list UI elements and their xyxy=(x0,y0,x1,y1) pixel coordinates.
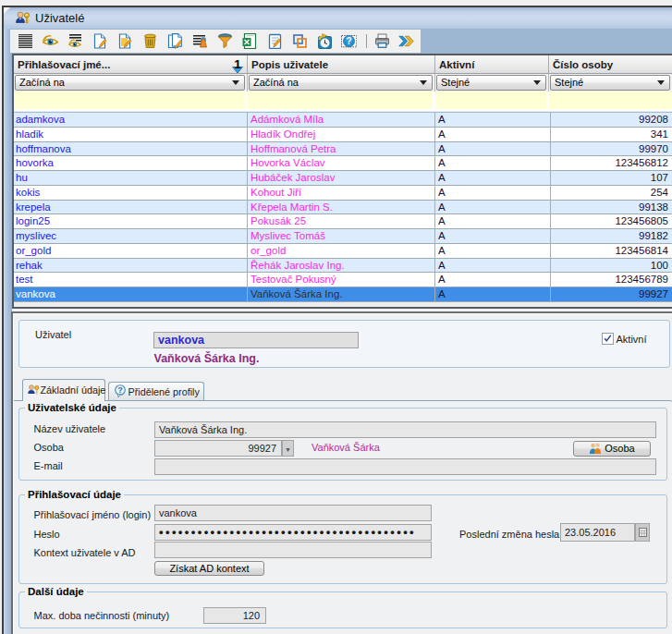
svg-text:?: ? xyxy=(346,36,351,46)
svg-text:?: ? xyxy=(117,385,123,395)
svg-text:1: 1 xyxy=(234,57,241,71)
